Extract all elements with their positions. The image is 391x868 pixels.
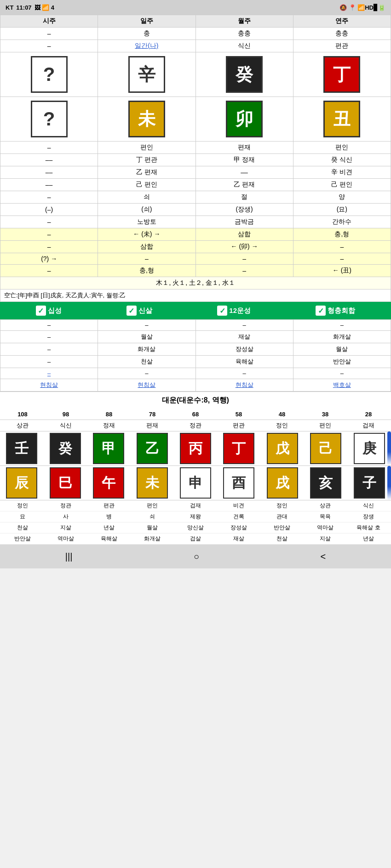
sal-row6: 현침살 현침살 현침살 백호살 <box>0 379 391 391</box>
daeun-num-0: 108 <box>11 411 34 418</box>
hyunchimsal-link2[interactable]: 현침살 <box>138 381 155 388</box>
sub-row3: –– 己 편인 乙 편재 己 편인 <box>0 179 391 191</box>
sal-table: – – – – – 월살 재살 화개살 – 화개살 장성살 월살 – 천살 육해… <box>0 319 391 391</box>
daeun-num-6: 48 <box>270 411 293 418</box>
checkbox-sinsal[interactable]: ✓ 신살 <box>126 306 152 316</box>
daeun-types-row: 상관 식신 정재 편재 정관 편관 정인 편인 겁재 <box>0 420 391 431</box>
daeun-type-8: 겁재 <box>357 421 380 430</box>
nav-back[interactable]: ||| <box>65 551 73 562</box>
scroll-indicator <box>387 431 391 465</box>
daeun-num-7: 38 <box>314 411 337 418</box>
sal-row3: – 화개살 장성살 월살 <box>0 343 391 356</box>
type-row1: – 편인 편재 편인 <box>0 142 391 154</box>
daeun-dz-2: 午 <box>93 467 124 499</box>
checkmark-sinsal: ✓ <box>126 306 137 316</box>
tiangan-ilju: 辛 <box>128 56 165 93</box>
gongmang-row: 空亡:[年]申酉 [日]戌亥, 天乙貴人:寅午, 월령:乙 <box>0 289 391 302</box>
daeun-dz-8: 子 <box>354 467 385 499</box>
daeun-numbers-row: 108 98 88 78 68 58 48 38 28 <box>0 409 391 420</box>
carrier: KT <box>6 4 13 11</box>
daeun-tg-1: 癸 <box>50 433 81 464</box>
main-content: 시주 일주 월주 연주 – 충 충충 충충 – 일간(나) 식신 편관 ? 辛 … <box>0 15 391 545</box>
tiangan-yeonju: 丁 <box>323 56 360 93</box>
dizhi-row: ? 未 卯 丑 <box>0 97 391 142</box>
daeun-br1: 정인 정관 편관 편인 겁재 비견 정인 상관 식신 <box>0 500 391 511</box>
daeun-tg-6: 戊 <box>267 433 298 464</box>
daeun-tiangan-row: 壬 癸 甲 乙 丙 丁 戊 己 庚 <box>0 431 391 466</box>
daeun-num-2: 88 <box>98 411 121 418</box>
sub-row2: –– 乙 편재 –– 辛 비견 <box>0 166 391 179</box>
daeun-dz-0: 辰 <box>6 467 37 499</box>
baekhusal-link[interactable]: 백호살 <box>333 381 351 388</box>
status-bar: KT 11:07 🖼 📶 4 🔕 📍 📶HD▊🔋 <box>0 0 391 15</box>
daeun-num-1: 98 <box>54 411 77 418</box>
highlight-row3: (?) → – – – <box>0 253 391 265</box>
label-sinsal: 신살 <box>138 306 152 315</box>
daeun-type-7: 편인 <box>314 421 337 430</box>
ilgan-row: – 일간(나) 식신 편관 <box>0 40 391 52</box>
dizhi-wolju: 卯 <box>226 101 263 137</box>
daeun-type-3: 편재 <box>141 421 164 430</box>
status-right: 🔕 📍 📶HD▊🔋 <box>339 4 385 11</box>
daeun-tg-3: 乙 <box>137 433 168 464</box>
checkbox-hyungchung[interactable]: ✓ 형충회합 <box>316 306 355 316</box>
phase-row1: – 쇠 절 양 <box>0 191 391 204</box>
daeun-header: 대운(대운수:8, 역행) <box>0 391 391 409</box>
label-12unsung: 12운성 <box>229 306 251 315</box>
hyunchimsal-link1[interactable]: 현침살 <box>40 381 58 388</box>
daeun-dz-5: 酉 <box>223 467 254 499</box>
highlight-row1: – ← (未) → 삼합 충,형 <box>0 228 391 241</box>
col-yeonju: 연주 <box>293 15 391 28</box>
sal-link1[interactable]: – <box>47 370 51 377</box>
element-row: 木１, 火１, 土２, 金１, 水１ <box>0 277 391 289</box>
checkmark-sipseong: ✓ <box>36 306 46 316</box>
daeun-tg-5: 丁 <box>223 433 254 464</box>
checkbox-12unsung[interactable]: ✓ 12운성 <box>217 306 251 316</box>
daeun-tg-4: 丙 <box>180 433 211 464</box>
checkbox-sipseong[interactable]: ✓ 십성 <box>36 306 62 316</box>
status-left: KT 11:07 🖼 📶 4 <box>6 4 54 11</box>
scroll-indicator2 <box>387 466 391 500</box>
daeun-tg-0: 壬 <box>6 433 37 464</box>
daeun-num-8: 28 <box>357 411 380 418</box>
daeun-tg-8: 庚 <box>354 433 385 464</box>
daeun-dz-1: 巳 <box>50 467 81 499</box>
dizhi-ilju: 未 <box>128 101 165 137</box>
daeun-num-5: 58 <box>227 411 250 418</box>
daeun-dizhi-row: 辰 巳 午 未 申 酉 戌 亥 子 <box>0 466 391 500</box>
col-ilju: 일주 <box>98 15 196 28</box>
label-sipseong: 십성 <box>48 306 62 315</box>
daeun-tg-7: 己 <box>310 433 341 464</box>
nav-home[interactable]: ○ <box>194 551 199 562</box>
checkbox-section: ✓ 십성 ✓ 신살 ✓ 12운성 ✓ 형충회합 <box>0 302 391 319</box>
tiangan-row: ? 辛 癸 丁 <box>0 52 391 97</box>
element-text: 木１, 火１, 土２, 金１, 水１ <box>0 277 391 289</box>
ilgan-link[interactable]: 일간(나) <box>135 42 158 49</box>
tiangan-wolju: 癸 <box>226 56 263 93</box>
daeun-dz-4: 申 <box>180 467 211 499</box>
daeun-dz-7: 亥 <box>310 467 341 499</box>
daeun-num-3: 78 <box>141 411 164 418</box>
daeun-type-0: 상관 <box>11 421 34 430</box>
sal-row5: – – – – <box>0 368 391 379</box>
header-row: 시주 일주 월주 연주 <box>0 15 391 28</box>
daeun-type-6: 정인 <box>270 421 293 430</box>
daeun-br4: 반안살 역마살 육해살 화개살 겁살 재살 천살 지살 년살 <box>0 533 391 545</box>
daeun-dz-3: 未 <box>137 467 168 499</box>
daeun-br2: 묘 사 병 쇠 제왕 건록 관대 목욕 장생 <box>0 511 391 522</box>
checkmark-12unsung: ✓ <box>217 306 227 316</box>
nav-recent[interactable]: < <box>321 551 326 562</box>
daeun-bottom-rows: 정인 정관 편관 편인 겁재 비견 정인 상관 식신 묘 사 병 쇠 제왕 건록… <box>0 500 391 545</box>
tiangan-siju: ? <box>31 56 68 93</box>
daeun-type-4: 정관 <box>184 421 207 430</box>
daeun-type-2: 정재 <box>98 421 121 430</box>
sal-row1: – – – – <box>0 320 391 331</box>
hyunchimsal-link3[interactable]: 현침살 <box>236 381 253 388</box>
chung-row: – 충 충충 충충 <box>0 28 391 40</box>
checkmark-hyungchung: ✓ <box>316 306 326 316</box>
daeun-tg-2: 甲 <box>93 433 124 464</box>
status-icons: 🖼 📶 4 <box>34 4 54 11</box>
dizhi-siju: ? <box>31 101 68 137</box>
col-wolju: 월주 <box>196 15 293 28</box>
daeun-dz-6: 戌 <box>267 467 298 499</box>
